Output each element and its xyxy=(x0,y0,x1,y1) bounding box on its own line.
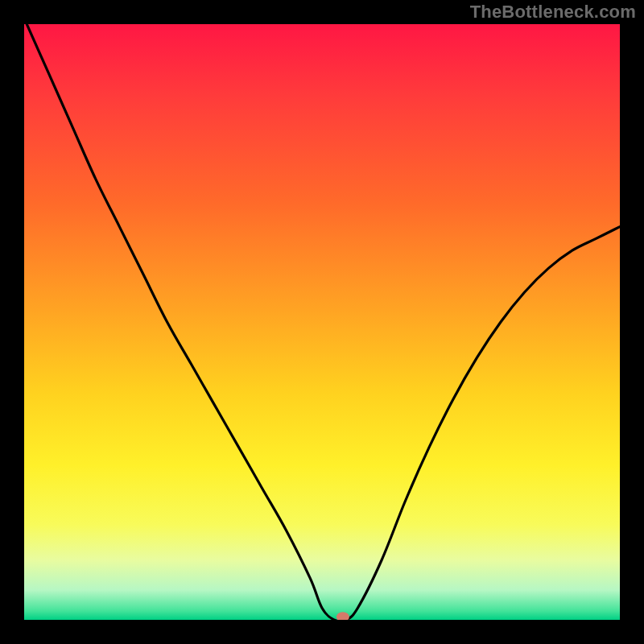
frame-left xyxy=(0,0,24,644)
gradient-background xyxy=(24,24,620,620)
watermark-label: TheBottleneck.com xyxy=(470,2,636,23)
frame-bottom xyxy=(0,620,644,644)
frame-right xyxy=(620,0,644,644)
bottleneck-chart xyxy=(0,0,644,644)
chart-stage: TheBottleneck.com xyxy=(0,0,644,644)
